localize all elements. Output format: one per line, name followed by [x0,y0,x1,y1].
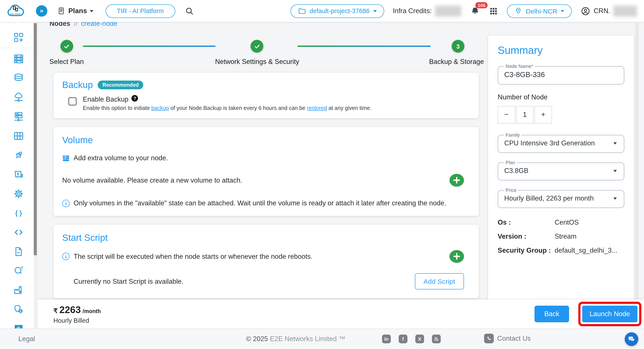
start-script-empty-line: Currently no Start Script is available. [62,277,183,285]
project-selector[interactable]: default-project-37686 [290,4,384,18]
sidebar-item-security[interactable] [0,300,37,319]
search-icon[interactable] [185,6,194,15]
billing-type: Hourly Billed [54,317,101,324]
add-start-script-plus-button[interactable] [450,250,464,263]
summary-details: Os : CentOS Version : Stream Security Gr… [498,219,624,254]
volume-card: Volume Add extra volume to your node. No… [54,127,479,216]
step-1-complete-icon[interactable] [60,40,73,52]
enable-backup-checkbox[interactable] [68,97,77,105]
price-label: Price [504,187,518,193]
chevron-down-icon [613,170,617,172]
header-right-cluster: default-project-37686 Infra Credits: 105 [290,4,637,18]
price-select[interactable]: Price Hourly Billed, 2263 per month [498,187,624,208]
step-3-label: Backup & Storage [429,58,484,66]
node-name-value[interactable]: C3-8GB-336 [504,70,545,79]
sidebar-item-launch[interactable] [0,145,37,165]
sidebar-item-cloud-network[interactable] [0,88,37,107]
os-row: Os : CentOS [498,219,624,226]
add-script-button[interactable]: Add Script [415,273,464,290]
rupee-symbol: ₹ [54,307,58,315]
sidebar-item-code[interactable] [0,222,37,242]
volume-info-line: Only volumes in the "available" state ca… [74,199,446,207]
chat-bubbles-icon [628,336,635,343]
sidebar-expand-button[interactable]: » [36,5,47,17]
sidebar-item-storage[interactable] [0,126,37,145]
contact-us-label: Contact Us [497,335,531,343]
infra-credits-value-redacted [435,5,462,16]
sidebar-item-monitoring[interactable] [0,319,37,329]
bottom-action-bar: ₹ 2263 /month Hourly Billed Back Launch … [38,300,644,329]
os-value: CentOS [555,219,624,226]
launch-node-button[interactable]: Launch Node [582,306,638,322]
legal-link[interactable]: Legal [18,335,35,343]
company-name[interactable]: E2E Networks Limited ™ [270,335,346,343]
sidebar-item-compute[interactable] [0,49,37,68]
plan-select[interactable]: Plan C3.8GB [498,160,624,180]
content-scrollbar-track[interactable] [635,23,639,299]
step-3-current-icon[interactable]: 3 [452,40,464,52]
backup-link[interactable]: backup [151,105,169,111]
tir-ai-platform-button[interactable]: TIR - AI Platform [105,4,175,18]
linkedin-icon[interactable] [382,335,391,343]
sidebar-item-support[interactable]: ? [0,261,37,280]
x-icon[interactable] [415,335,424,343]
api-braces-icon: { } [13,207,24,218]
plan-value: C3.8GB [504,167,528,175]
plans-menu[interactable]: Plans [57,6,93,15]
start-script-card: Start Script i The script will be execut… [54,225,479,298]
sidebar-item-database[interactable] [0,68,37,88]
price-period: /month [82,308,101,314]
enable-backup-label: Enable Backup [83,95,128,103]
copyright: © 2025 E2E Networks Limited ™ [246,335,346,343]
sidebar-divider [0,48,37,48]
price-block: ₹ 2263 /month Hourly Billed [54,304,101,324]
price-value: Hourly Billed, 2263 per month [504,194,594,202]
os-label: Os : [498,219,555,226]
sidebar-item-documents[interactable] [0,242,37,261]
security-group-row: Security Group : default_sg_delhi_3... [498,247,624,254]
chat-widget-button[interactable] [625,332,638,346]
restored-link[interactable]: restored [307,105,327,111]
top-header: E2E Cloud » Plans TIR - AI Platform defa… [0,0,644,22]
breadcrumb-create-node[interactable]: create-node [81,22,117,27]
crn-value-redacted [613,5,637,16]
add-volume-button[interactable] [450,174,464,187]
region-selector[interactable]: Delhi-NCR [507,4,572,18]
help-icon[interactable]: ? [132,95,138,101]
account-menu[interactable]: CRN. [580,5,637,16]
notifications-button[interactable]: 105 [470,6,480,16]
back-button[interactable]: Back [535,306,569,322]
region-name: Delhi-NCR [526,7,557,15]
settings-gear-icon [13,188,24,199]
sidebar-item-settings[interactable] [0,184,37,203]
step-2-complete-icon[interactable] [250,40,263,52]
start-script-title: Start Script [62,233,470,243]
contact-us-link[interactable]: Contact Us [484,334,531,343]
breadcrumb-nodes[interactable]: Nodes [50,22,70,27]
apps-grid-icon[interactable] [489,6,498,15]
step-1-label: Select Plan [50,58,84,66]
increment-button[interactable]: + [534,106,552,123]
family-value: CPU Intensive 3rd Generation [504,139,595,147]
decrement-button[interactable]: − [498,106,515,123]
sidebar-scrollbar-thumb[interactable] [34,23,37,255]
facebook-icon[interactable] [399,335,408,343]
chevron-down-icon [373,10,376,12]
sidebar-item-dashboard[interactable] [0,27,37,47]
page-footer: Legal © 2025 E2E Networks Limited ™ Cont… [0,329,644,349]
sidebar-item-billing[interactable]: $ [0,165,37,184]
node-name-field[interactable]: Node Name* C3-8GB-336 [498,63,624,84]
info-icon: i [62,253,70,260]
left-sidebar: $ { } [0,22,37,329]
e2e-cloud-logo[interactable]: E2E Cloud [6,3,24,19]
family-select[interactable]: Family CPU Intensive 3rd Generation [498,132,624,153]
sidebar-scrollbar-track[interactable] [34,22,37,329]
sidebar-item-server-cluster[interactable] [0,107,37,126]
sidebar-item-api[interactable]: { } [0,203,37,222]
node-count-value: 1 [516,106,534,123]
security-group-value: default_sg_delhi_3... [555,247,624,254]
start-script-info-line: The script will be executed when the nod… [74,253,312,260]
plans-label: Plans [68,7,87,15]
sidebar-item-marketplace[interactable] [0,280,37,300]
rss-icon[interactable] [432,335,441,343]
